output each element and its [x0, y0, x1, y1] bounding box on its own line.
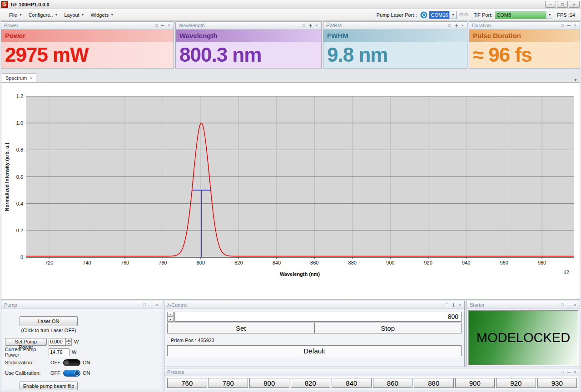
preset-button[interactable]: 930	[537, 378, 577, 388]
preset-button[interactable]: 880	[414, 378, 454, 388]
preset-button[interactable]: 860	[373, 378, 413, 388]
pin-icon[interactable]	[453, 22, 459, 29]
svg-text:840: 840	[273, 260, 281, 265]
tif-port-value: COM8	[495, 11, 546, 19]
preset-button[interactable]: 760	[167, 378, 207, 388]
panel-title: Presets	[167, 369, 559, 375]
lambda-control-panel: λ-Control □ × ▲▼ Set Stop Prism Pos : 45…	[164, 301, 465, 367]
close-icon[interactable]: ×	[569, 1, 580, 8]
pump-laser-port-combo[interactable]: COM16 ▼	[429, 11, 457, 19]
close-icon[interactable]: ×	[313, 22, 320, 29]
set-pump-power-input[interactable]	[49, 338, 66, 346]
close-icon[interactable]: ×	[459, 22, 466, 29]
preset-button[interactable]: 900	[455, 378, 495, 388]
spectrum-chart: 7207407607808008208408608809009209409609…	[1, 83, 580, 293]
wavelength-header: Wavelength	[176, 29, 321, 42]
maximize-icon[interactable]: □	[301, 22, 307, 29]
panel-titlebar: Starter □ ×	[467, 301, 580, 309]
close-icon[interactable]: ×	[572, 302, 578, 308]
step-up-icon[interactable]: ▲	[167, 312, 174, 317]
restore-icon[interactable]: □	[557, 1, 568, 8]
panel-title: Wavelength	[179, 23, 301, 28]
tab-spectrum[interactable]: Spectrum ×	[2, 74, 36, 82]
preset-button[interactable]: 800	[249, 378, 289, 388]
set-button[interactable]: Set	[168, 323, 315, 333]
svg-text:0.2: 0.2	[16, 228, 23, 233]
pin-icon[interactable]	[450, 302, 457, 308]
maximize-icon[interactable]: □	[447, 22, 453, 29]
panel-titlebar: λ-Control □ ×	[164, 301, 464, 309]
beam-flip-button[interactable]: Enable pump beam flip	[20, 382, 78, 390]
menu-widgets[interactable]: Widgets▼	[87, 11, 117, 19]
tif-port-combo[interactable]: COM8 ▼	[495, 11, 553, 19]
y-axis-label: Normalized Intensity (arb. u.)	[4, 142, 10, 211]
toggle-knob	[64, 360, 69, 365]
pin-icon[interactable]	[159, 22, 166, 29]
step-down-icon[interactable]: ▼	[167, 317, 174, 322]
preset-button[interactable]: 820	[291, 378, 331, 388]
maximize-icon[interactable]: □	[444, 302, 450, 308]
svg-text:800: 800	[197, 260, 205, 265]
step-up-icon[interactable]: ▲	[66, 338, 72, 342]
power-panel: Power □ × Power 2975 mW	[1, 21, 174, 69]
tab-list-dropdown-icon[interactable]: ▼	[574, 78, 577, 82]
panel-titlebar: Wavelength □ ×	[176, 22, 321, 29]
maximize-icon[interactable]: □	[559, 369, 566, 375]
pin-icon[interactable]	[566, 22, 572, 29]
close-icon[interactable]: ×	[166, 22, 172, 29]
close-icon[interactable]: ×	[572, 369, 578, 375]
pump-laser-connect-icon[interactable]	[420, 11, 427, 19]
pin-icon[interactable]	[148, 302, 154, 308]
minimize-icon[interactable]: –	[545, 1, 556, 8]
target-wavelength-input[interactable]	[174, 312, 462, 322]
preset-button[interactable]: 780	[209, 378, 248, 388]
maximize-icon[interactable]: □	[141, 302, 148, 308]
current-pump-power-label: Current Pump Power	[5, 347, 49, 358]
pin-icon[interactable]	[566, 302, 572, 308]
stabilization-on-label: ON	[83, 360, 90, 365]
stop-button[interactable]: Stop	[315, 323, 462, 333]
app-icon: S	[1, 1, 8, 8]
set-pump-power-button[interactable]: Set Pump Power	[5, 338, 47, 346]
fwhm-header: FWHM	[323, 29, 467, 42]
maximize-icon[interactable]: □	[559, 302, 566, 308]
fwhm-panel: FWHM □ × FWHM 9.8 nm	[323, 21, 467, 69]
close-icon[interactable]: ×	[572, 22, 578, 29]
preset-button[interactable]: 840	[332, 378, 372, 388]
stabilization-toggle[interactable]	[63, 359, 80, 366]
stabilization-off-label: OFF	[49, 360, 60, 365]
pin-icon[interactable]	[307, 22, 313, 29]
svg-text:740: 740	[83, 260, 91, 265]
menu-file[interactable]: File▼	[6, 11, 25, 19]
pin-icon[interactable]	[566, 369, 572, 375]
svg-text:960: 960	[500, 260, 508, 265]
set-pump-power-unit: W	[74, 339, 79, 344]
current-pump-power-field[interactable]	[49, 348, 70, 356]
toolbar-grip	[2, 11, 3, 19]
svg-text:900: 900	[386, 260, 394, 265]
default-button[interactable]: Default	[167, 345, 462, 356]
maximize-icon[interactable]: □	[153, 22, 159, 29]
menu-layout[interactable]: Layout▼	[61, 11, 87, 19]
pump-laser-port-label: Pump Laser Port :	[377, 12, 417, 18]
chevron-down-icon[interactable]: ▼	[546, 11, 553, 19]
preset-button[interactable]: 920	[496, 378, 536, 388]
duration-header: Pulse Duration	[469, 29, 580, 42]
laser-on-button[interactable]: Laser ON	[20, 316, 78, 326]
tif-connect-icon[interactable]	[459, 12, 468, 18]
chevron-down-icon[interactable]: ▼	[449, 11, 456, 19]
close-icon[interactable]: ×	[457, 302, 463, 308]
svg-text:0.6: 0.6	[16, 174, 23, 180]
tif-port-label: TiF Port:	[473, 12, 492, 18]
set-pump-power-stepper[interactable]: ▲▼	[49, 338, 72, 346]
step-down-icon[interactable]: ▼	[66, 342, 72, 346]
calibration-toggle[interactable]	[63, 370, 80, 377]
prism-pos-label: Prism Pos : 455923	[171, 338, 462, 343]
tab-close-icon[interactable]: ×	[30, 76, 33, 81]
maximize-icon[interactable]: □	[559, 22, 566, 29]
close-icon[interactable]: ×	[154, 302, 160, 308]
panel-titlebar: Presets □ ×	[164, 368, 580, 376]
wavelength-stepper[interactable]: ▲▼	[167, 312, 174, 322]
menu-configure[interactable]: Configure..▼	[25, 11, 61, 19]
svg-text:0: 0	[20, 255, 23, 260]
